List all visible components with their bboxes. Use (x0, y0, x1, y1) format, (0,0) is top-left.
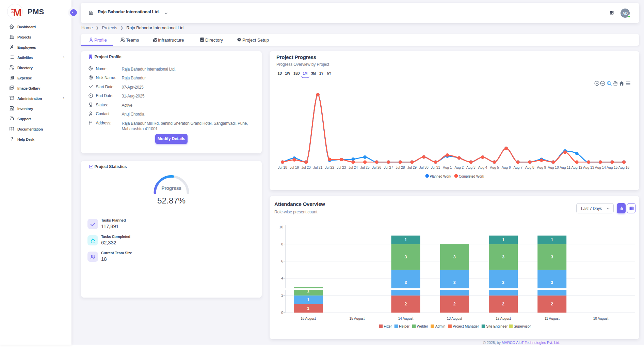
svg-text:1: 1 (502, 238, 504, 242)
svg-text:Aug 2: Aug 2 (454, 166, 464, 169)
svg-text:16 August: 16 August (301, 317, 316, 320)
svg-text:10: 10 (279, 225, 283, 229)
svg-text:Aug 8: Aug 8 (525, 166, 534, 169)
svg-text:2: 2 (453, 302, 456, 306)
svg-text:3: 3 (502, 255, 504, 259)
svg-text:Jul 25: Jul 25 (360, 166, 370, 169)
svg-text:Fitter: Fitter (384, 324, 392, 328)
svg-text:2: 2 (551, 302, 553, 306)
svg-text:0: 0 (281, 311, 283, 315)
svg-text:Aug 1: Aug 1 (443, 166, 452, 169)
svg-text:3: 3 (405, 280, 407, 285)
svg-text:2: 2 (502, 302, 504, 306)
svg-text:Jul 23: Jul 23 (337, 166, 346, 169)
svg-text:52.87%: 52.87% (157, 196, 186, 205)
svg-text:3: 3 (453, 280, 456, 285)
svg-text:6: 6 (281, 259, 283, 263)
svg-text:Jul 21: Jul 21 (313, 166, 323, 169)
svg-text:Jul 29: Jul 29 (407, 166, 417, 169)
svg-text:M: M (13, 7, 22, 18)
svg-text:Welder: Welder (417, 324, 429, 328)
svg-text:14 August: 14 August (398, 317, 414, 320)
svg-text:1: 1 (307, 306, 309, 311)
svg-text:Supervisor: Supervisor (514, 324, 531, 328)
svg-text:3: 3 (502, 280, 504, 285)
svg-text:Jul 22: Jul 22 (325, 166, 335, 169)
svg-text:Aug 6: Aug 6 (502, 166, 511, 169)
svg-text:Jul 18: Jul 18 (278, 166, 287, 169)
svg-text:Jul 26: Jul 26 (372, 166, 382, 169)
svg-text:Jul 27: Jul 27 (384, 166, 393, 169)
svg-text:11 August: 11 August (545, 317, 560, 320)
svg-text:Progress: Progress (161, 185, 181, 191)
svg-text:Jul 24: Jul 24 (349, 166, 358, 169)
svg-text:3: 3 (551, 255, 553, 259)
svg-text:3: 3 (405, 255, 407, 259)
svg-text:Helper: Helper (399, 324, 409, 328)
svg-text:Aug 15: Aug 15 (607, 166, 618, 169)
svg-text:Aug 10: Aug 10 (548, 166, 559, 169)
svg-text:12 August: 12 August (496, 317, 511, 320)
svg-text:13 August: 13 August (447, 317, 462, 320)
svg-text:10 August: 10 August (593, 317, 609, 320)
svg-text:15 August: 15 August (350, 317, 365, 320)
svg-text:Aug 13: Aug 13 (583, 166, 594, 169)
svg-text:4: 4 (281, 276, 283, 280)
svg-text:Aug 5: Aug 5 (490, 166, 499, 169)
svg-text:Project Manager: Project Manager (453, 324, 479, 328)
svg-text:1: 1 (551, 238, 553, 242)
svg-text:Aug 14: Aug 14 (595, 166, 606, 169)
svg-text:1: 1 (405, 238, 407, 242)
svg-text:8: 8 (281, 242, 283, 246)
svg-text:1: 1 (307, 298, 309, 302)
svg-text:Site Engineer: Site Engineer (486, 324, 508, 328)
svg-text:Aug 7: Aug 7 (513, 166, 522, 169)
svg-text:2: 2 (281, 293, 283, 297)
svg-text:Aug 4: Aug 4 (478, 166, 487, 169)
svg-text:3: 3 (551, 280, 553, 285)
svg-text:Aug 16: Aug 16 (618, 166, 630, 169)
svg-text:3: 3 (453, 255, 456, 259)
svg-text:Jul 20: Jul 20 (302, 166, 311, 169)
svg-text:Admin: Admin (435, 324, 446, 328)
svg-text:Jul 28: Jul 28 (396, 166, 405, 169)
svg-text:Aug 12: Aug 12 (571, 166, 582, 169)
svg-text:Jul 31: Jul 31 (431, 166, 440, 169)
svg-text:Aug 9: Aug 9 (537, 166, 546, 169)
svg-text:2: 2 (405, 302, 407, 306)
svg-text:Jul 30: Jul 30 (419, 166, 429, 169)
svg-text:Planned Work: Planned Work (430, 175, 452, 178)
svg-text:Aug 11: Aug 11 (560, 166, 570, 169)
svg-text:Completed Work: Completed Work (459, 175, 484, 178)
svg-text:Jul 19: Jul 19 (290, 166, 299, 169)
svg-text:Aug 3: Aug 3 (466, 166, 476, 169)
